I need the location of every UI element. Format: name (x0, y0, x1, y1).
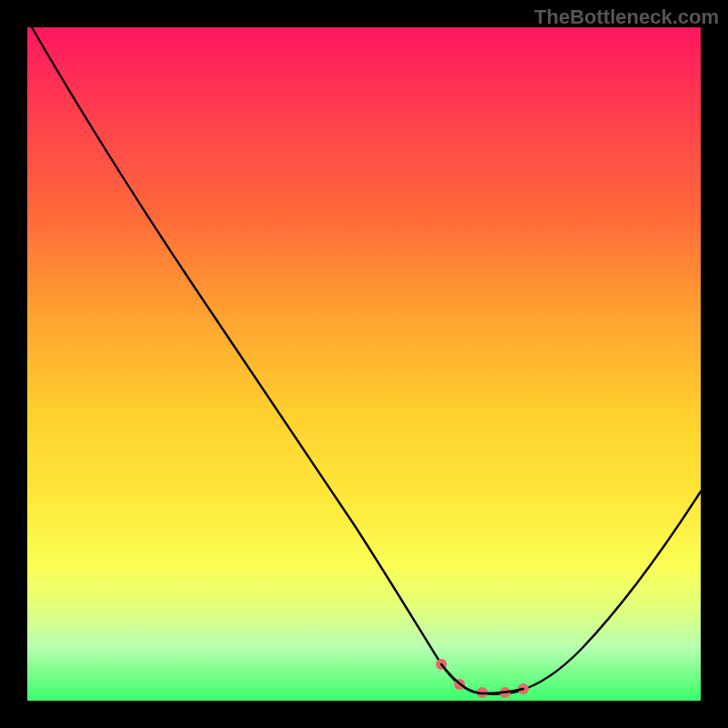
curve-line (32, 27, 701, 694)
chart-frame: TheBottleneck.com (0, 0, 728, 728)
chart-svg (27, 27, 701, 701)
watermark-text: TheBottleneck.com (534, 5, 719, 29)
